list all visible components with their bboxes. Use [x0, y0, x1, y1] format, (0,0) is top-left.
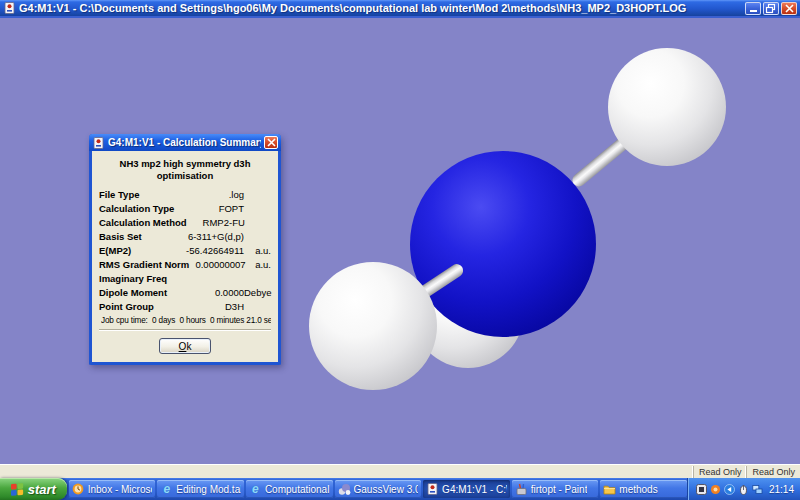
cpu-time-line: Job cpu time: 0 days 0 hours 0 minutes 2… [101, 316, 271, 325]
summary-row-rms-gradient: RMS Gradient Norm 0.00000007 a.u. [99, 258, 271, 272]
gaussview-doc-icon [426, 483, 439, 496]
summary-row-calc-method: Calculation Method RMP2-FU [99, 216, 271, 230]
window-title: G4:M1:V1 - C:\Documents and Settings\hgo… [19, 2, 742, 14]
row-unit: a.u. [246, 258, 271, 272]
outlook-icon [72, 483, 85, 496]
row-value: 0.00000007 [189, 258, 245, 272]
row-label: File Type [99, 188, 184, 202]
start-label: start [28, 482, 56, 497]
ie-icon: e [160, 483, 173, 496]
taskbar-button-computational[interactable]: e Computational Ino... [246, 480, 333, 498]
windows-flag-icon [11, 483, 24, 496]
molecule-viewport[interactable]: G4:M1:V1 - Calculation Summary NH3 mp2 h… [0, 16, 800, 464]
hydrogen-atom-top-right[interactable] [608, 48, 726, 166]
row-label: Basis Set [99, 230, 184, 244]
taskbar-button-methods[interactable]: methods [600, 480, 687, 498]
taskbar-clock[interactable]: 21:14 [769, 484, 794, 495]
tray-language-back-icon[interactable] [724, 484, 735, 495]
row-value: D3H [184, 300, 244, 314]
gaussview-main-window: G4:M1:V1 - C:\Documents and Settings\hgo… [0, 0, 800, 500]
dialog-body: NH3 mp2 high symmetry d3h optimisation F… [92, 151, 278, 362]
taskbar-button-gaussview[interactable]: GaussView 3.09 [335, 480, 422, 498]
summary-row-point-group: Point Group D3H [99, 300, 271, 314]
read-only-status-2: Read Only [746, 466, 800, 478]
start-button[interactable]: start [0, 478, 67, 500]
folder-icon [603, 483, 616, 496]
job-title-line2: optimisation [99, 170, 271, 182]
taskbar-button-g4m1v1-active[interactable]: G4:M1:V1 - C:\Doc... [423, 480, 510, 498]
read-only-status-1: Read Only [693, 466, 747, 478]
row-value: -56.42664911 [184, 244, 244, 258]
row-value: FOPT [184, 202, 244, 216]
gaussview-icon [338, 483, 351, 496]
window-titlebar[interactable]: G4:M1:V1 - C:\Documents and Settings\hgo… [0, 0, 800, 16]
row-label: RMS Gradient Norm [99, 258, 189, 272]
row-value: .log [184, 188, 244, 202]
taskbar-button-paint[interactable]: firtopt - Paint [512, 480, 599, 498]
job-title: NH3 mp2 high symmetry d3h optimisation [99, 158, 271, 182]
hydrogen-atom-bottom-left[interactable] [309, 262, 437, 390]
summary-row-calc-type: Calculation Type FOPT [99, 202, 271, 216]
summary-row-energy: E(MP2) -56.42664911 a.u. [99, 244, 271, 258]
restore-icon [765, 3, 777, 14]
close-icon [785, 4, 794, 13]
gaussview-doc-icon [92, 136, 105, 149]
dialog-close-button[interactable] [264, 136, 278, 149]
row-unit: a.u. [244, 244, 271, 258]
summary-row-file-type: File Type .log [99, 188, 271, 202]
summary-row-imaginary-freq: Imaginary Freq [99, 272, 271, 286]
system-tray: 21:14 [687, 478, 800, 500]
summary-row-dipole-moment: Dipole Moment 0.0000 Debye [99, 286, 271, 300]
window-controls [745, 2, 797, 15]
minimize-icon [750, 10, 757, 12]
row-label: Point Group [99, 300, 184, 314]
paint-icon [515, 483, 528, 496]
restore-button[interactable] [763, 2, 779, 15]
tray-update-icon[interactable] [710, 484, 721, 495]
tray-mouse-icon[interactable] [738, 484, 749, 495]
minimize-button[interactable] [745, 2, 761, 15]
calculation-summary-dialog: G4:M1:V1 - Calculation Summary NH3 mp2 h… [89, 134, 281, 365]
ie-icon: e [249, 483, 262, 496]
tray-security-icon[interactable] [696, 484, 707, 495]
job-title-line1: NH3 mp2 high symmetry d3h [99, 158, 271, 170]
ok-button[interactable]: Ok [159, 338, 211, 354]
dialog-title: G4:M1:V1 - Calculation Summary [108, 137, 261, 148]
row-label: Dipole Moment [99, 286, 184, 300]
row-value: 6-311+G(d,p) [184, 230, 244, 244]
row-unit: Debye [244, 286, 271, 300]
dialog-titlebar[interactable]: G4:M1:V1 - Calculation Summary [89, 134, 281, 151]
row-label: E(MP2) [99, 244, 184, 258]
row-value: 0.0000 [184, 286, 244, 300]
gaussview-app-icon [3, 2, 16, 15]
row-label: Calculation Method [99, 216, 187, 230]
taskbar-button-editing[interactable]: e Editing Mod.tah2 (... [157, 480, 244, 498]
tray-network-icon[interactable] [752, 484, 763, 495]
dialog-close-icon [267, 138, 276, 147]
taskbar: start Inbox - Microsoft ... e Editing Mo… [0, 478, 800, 500]
taskbar-button-inbox[interactable]: Inbox - Microsoft ... [69, 480, 156, 498]
dialog-separator [99, 329, 271, 331]
nitrogen-atom[interactable] [410, 151, 596, 337]
row-label: Imaginary Freq [99, 272, 184, 286]
summary-row-basis-set: Basis Set 6-311+G(d,p) [99, 230, 271, 244]
row-value: RMP2-FU [187, 216, 245, 230]
row-label: Calculation Type [99, 202, 184, 216]
close-button[interactable] [781, 2, 797, 15]
status-bar: Read Only Read Only [0, 464, 800, 478]
